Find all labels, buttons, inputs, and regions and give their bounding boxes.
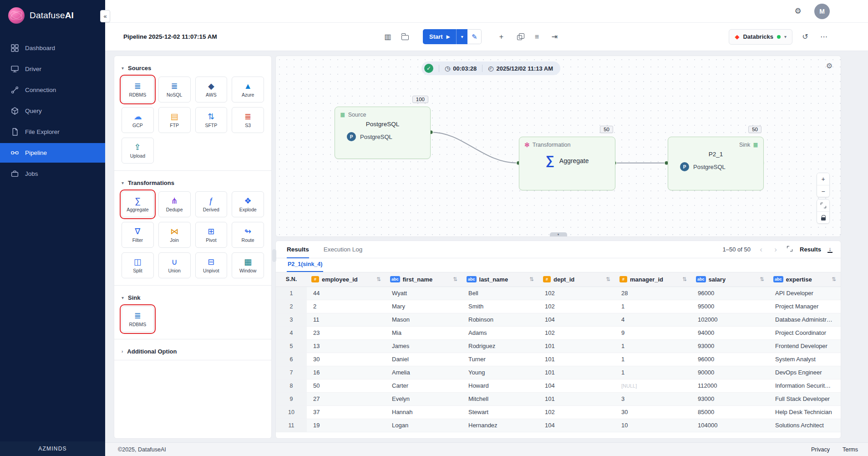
sort-icon[interactable]: ⇅: [376, 276, 381, 282]
sort-icon[interactable]: ⇅: [453, 276, 457, 282]
canvas-settings-icon[interactable]: ⚙: [826, 61, 832, 70]
column-header[interactable]: # manager_id ⇅: [615, 272, 691, 287]
palette-tile[interactable]: ∇ Filter: [122, 222, 154, 248]
open-folder-button[interactable]: [399, 31, 411, 43]
tile-label: Upload: [130, 153, 145, 159]
terms-link[interactable]: Terms: [843, 446, 858, 453]
column-type-icon: abc: [696, 276, 706, 282]
copy-icon: [517, 35, 522, 40]
tile-icon: ⊟: [208, 258, 214, 266]
sidebar-item-file-explorer[interactable]: File Explorer: [0, 122, 105, 142]
palette-tile[interactable]: ∑ Aggregate: [122, 191, 154, 217]
folder-icon: [401, 35, 409, 40]
palette-tile[interactable]: ≣ RDBMS: [122, 306, 154, 332]
palette-tile[interactable]: ◆ AWS: [195, 77, 228, 102]
cell-sn: 11: [276, 419, 307, 432]
node-source[interactable]: 100 ≣ Source PostgreSQL P PostgreSQL: [335, 107, 431, 159]
zoom-out-button[interactable]: −: [817, 185, 829, 197]
sidebar-item-driver[interactable]: Driver: [0, 59, 105, 79]
sources-grid: ≣ RDBMS ≣ NoSQL ◆ AWS ▲: [122, 77, 264, 170]
download-results-button[interactable]: ↓: [827, 246, 832, 253]
node-transformation[interactable]: 50 ✻ Transformation ∑ Aggregate: [519, 137, 615, 190]
column-header[interactable]: abc first_name ⇅: [386, 272, 462, 287]
user-avatar[interactable]: M: [814, 4, 830, 19]
sidebar-item-label: Jobs: [25, 170, 38, 177]
palette-tile[interactable]: ⋈ Join: [158, 222, 191, 248]
cell-dept-id: 101: [538, 339, 615, 353]
palette-tile[interactable]: ∪ Union: [158, 252, 191, 278]
section-transformations[interactable]: ▾ Transformations: [122, 176, 264, 191]
edit-pipeline-button[interactable]: ✎: [467, 29, 482, 44]
layout-panel-icon[interactable]: ▥: [382, 31, 394, 43]
database-icon: ≣: [340, 111, 345, 118]
pipeline-canvas[interactable]: ✓ ◷ 00:03:28 ◴ 2025/12/02 11:13 AM ⚙ 10: [275, 56, 841, 237]
sort-icon[interactable]: ⇅: [832, 276, 836, 282]
settings-gear-icon[interactable]: ⚙: [792, 5, 804, 18]
sort-icon[interactable]: ⇅: [760, 276, 764, 282]
column-header[interactable]: # dept_id ⇅: [538, 272, 615, 287]
list-view-button[interactable]: ≡: [531, 31, 543, 43]
palette-tile[interactable]: ↬ Route: [232, 222, 264, 248]
sidebar-item-jobs[interactable]: Jobs: [0, 164, 105, 184]
panel-resize-handle[interactable]: [272, 249, 276, 262]
canvas-collapse-handle[interactable]: ▾: [550, 232, 567, 236]
more-options-icon[interactable]: ⋯: [818, 31, 830, 43]
column-header[interactable]: abc last_name ⇅: [462, 272, 538, 287]
tile-icon: ≣: [171, 82, 178, 90]
sort-icon[interactable]: ⇅: [682, 276, 687, 282]
subtab-sink-output[interactable]: P2_1(sink_4): [287, 261, 323, 272]
palette-tile[interactable]: ☁ GCP: [122, 107, 154, 133]
palette-tile[interactable]: ▲ Azure: [232, 77, 264, 102]
org-name: AZMINDS: [0, 441, 105, 456]
sort-icon[interactable]: ⇅: [606, 276, 610, 282]
copy-button[interactable]: [513, 31, 525, 43]
privacy-link[interactable]: Privacy: [811, 446, 830, 453]
environment-selector[interactable]: ◆ Databricks ▾: [729, 29, 792, 45]
tab-results[interactable]: Results: [287, 241, 309, 258]
cell-employee-id: 19: [307, 419, 386, 432]
export-button[interactable]: ⇥: [548, 31, 560, 43]
zoom-in-button[interactable]: +: [817, 173, 829, 185]
palette-tile[interactable]: ⊟ Unpivot: [195, 252, 228, 278]
prev-page-button[interactable]: ‹: [757, 245, 765, 254]
databricks-icon: ◆: [735, 33, 739, 40]
footer-links: Privacy Terms: [811, 446, 858, 453]
add-node-button[interactable]: +: [495, 31, 507, 43]
sort-icon[interactable]: ⇅: [529, 276, 534, 282]
node-sink[interactable]: 50 Sink ≣ P2_1 P PostgreSQL: [668, 137, 764, 190]
lock-canvas-button[interactable]: [817, 211, 829, 223]
history-icon[interactable]: ↺: [799, 31, 811, 43]
tab-execution-log[interactable]: Execution Log: [324, 241, 363, 258]
palette-tile[interactable]: ≣ RDBMS: [122, 77, 154, 102]
palette-tile[interactable]: ⇅ SFTP: [195, 107, 228, 133]
column-header[interactable]: # employee_id ⇅: [307, 272, 386, 287]
start-button[interactable]: Start▶: [423, 29, 456, 44]
section-sources[interactable]: ▾ Sources: [122, 61, 264, 77]
expand-results-button[interactable]: [786, 245, 793, 254]
column-header[interactable]: abc expertise ⇅: [769, 272, 841, 287]
sidebar-item-query[interactable]: Query: [0, 101, 105, 121]
sidebar-item-pipeline[interactable]: Pipeline: [0, 143, 105, 163]
section-additional-option[interactable]: › Additional Option: [122, 345, 264, 360]
palette-tile[interactable]: ◫ Split: [122, 252, 154, 278]
start-options-caret[interactable]: ▾: [456, 29, 467, 44]
palette-tile[interactable]: ▦ Window: [232, 252, 264, 278]
palette-tile[interactable]: ⋔ Dedupe: [158, 191, 191, 217]
sidebar-collapse-button[interactable]: «: [100, 10, 110, 22]
section-sink[interactable]: ▾ Sink: [122, 291, 264, 306]
run-timestamp: ◴ 2025/12/02 11:13 AM: [488, 65, 553, 72]
palette-tile[interactable]: ≣ NoSQL: [158, 77, 191, 102]
cell-manager-id: [NULL]: [615, 379, 691, 392]
sidebar-item-dashboard[interactable]: Dashboard: [0, 38, 105, 58]
sidebar-item-connection[interactable]: Connection: [0, 80, 105, 100]
palette-tile[interactable]: ❖ Explode: [232, 191, 264, 217]
next-page-button[interactable]: ›: [772, 245, 780, 254]
fit-view-button[interactable]: [817, 200, 829, 211]
palette-tile[interactable]: ≣ S3: [232, 107, 264, 133]
palette-tile[interactable]: ⊞ Pivot: [195, 222, 228, 248]
palette-tile[interactable]: ⇪ Upload: [122, 138, 154, 164]
column-header[interactable]: abc salary ⇅: [691, 272, 769, 287]
results-table-wrap[interactable]: S.N. # employee_id ⇅: [276, 272, 841, 438]
palette-tile[interactable]: ƒ Derived: [195, 191, 228, 217]
palette-tile[interactable]: ▤ FTP: [158, 107, 191, 133]
